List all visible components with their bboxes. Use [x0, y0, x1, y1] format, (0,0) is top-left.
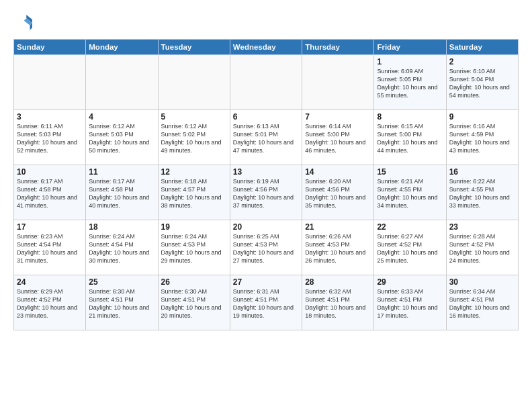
day-number: 27 [233, 277, 299, 287]
weekday-header: SundayMondayTuesdayWednesdayThursdayFrid… [14, 40, 519, 55]
calendar-week-row: 10Sunrise: 6:17 AM Sunset: 4:58 PM Dayli… [14, 165, 519, 220]
day-number: 22 [377, 222, 443, 232]
day-number: 25 [89, 277, 154, 287]
calendar-day-cell: 4Sunrise: 6:12 AM Sunset: 5:03 PM Daylig… [86, 110, 158, 165]
calendar-day-cell [14, 55, 86, 110]
calendar-day-cell: 26Sunrise: 6:30 AM Sunset: 4:51 PM Dayli… [158, 275, 230, 330]
weekday-header-cell: Sunday [14, 40, 86, 55]
day-number: 30 [449, 277, 515, 287]
calendar-day-cell: 9Sunrise: 6:16 AM Sunset: 4:59 PM Daylig… [446, 110, 518, 165]
day-number: 24 [17, 277, 83, 287]
day-number: 13 [233, 167, 299, 177]
day-number: 23 [449, 222, 515, 232]
calendar-day-cell: 5Sunrise: 6:12 AM Sunset: 5:02 PM Daylig… [158, 110, 230, 165]
weekday-header-cell: Monday [86, 40, 158, 55]
weekday-header-cell: Wednesday [230, 40, 302, 55]
calendar-week-row: 1Sunrise: 6:09 AM Sunset: 5:05 PM Daylig… [14, 55, 519, 110]
day-info: Sunrise: 6:19 AM Sunset: 4:56 PM Dayligh… [233, 177, 299, 210]
calendar-day-cell: 15Sunrise: 6:21 AM Sunset: 4:55 PM Dayli… [374, 165, 446, 220]
calendar-day-cell: 7Sunrise: 6:14 AM Sunset: 5:00 PM Daylig… [302, 110, 374, 165]
header [13, 12, 519, 34]
day-info: Sunrise: 6:24 AM Sunset: 4:53 PM Dayligh… [161, 232, 227, 265]
day-number: 18 [89, 222, 154, 232]
day-info: Sunrise: 6:15 AM Sunset: 5:00 PM Dayligh… [377, 122, 443, 155]
calendar-day-cell: 3Sunrise: 6:11 AM Sunset: 5:03 PM Daylig… [14, 110, 86, 165]
day-info: Sunrise: 6:17 AM Sunset: 4:58 PM Dayligh… [17, 177, 83, 210]
weekday-header-cell: Tuesday [158, 40, 230, 55]
day-number: 28 [305, 277, 371, 287]
day-info: Sunrise: 6:09 AM Sunset: 5:05 PM Dayligh… [377, 67, 443, 100]
day-number: 8 [377, 112, 443, 122]
day-info: Sunrise: 6:16 AM Sunset: 4:59 PM Dayligh… [449, 122, 515, 155]
day-info: Sunrise: 6:34 AM Sunset: 4:51 PM Dayligh… [449, 287, 515, 320]
day-number: 19 [161, 222, 227, 232]
day-number: 10 [17, 167, 83, 177]
day-info: Sunrise: 6:17 AM Sunset: 4:58 PM Dayligh… [89, 177, 154, 210]
day-number: 1 [377, 57, 443, 66]
calendar-day-cell: 17Sunrise: 6:23 AM Sunset: 4:54 PM Dayli… [14, 220, 86, 275]
day-info: Sunrise: 6:30 AM Sunset: 4:51 PM Dayligh… [161, 287, 227, 320]
weekday-header-cell: Friday [374, 40, 446, 55]
day-number: 5 [161, 112, 227, 122]
calendar-day-cell [158, 55, 230, 110]
calendar-day-cell: 19Sunrise: 6:24 AM Sunset: 4:53 PM Dayli… [158, 220, 230, 275]
calendar-day-cell: 18Sunrise: 6:24 AM Sunset: 4:54 PM Dayli… [86, 220, 158, 275]
day-info: Sunrise: 6:13 AM Sunset: 5:01 PM Dayligh… [233, 122, 299, 155]
calendar-body: 1Sunrise: 6:09 AM Sunset: 5:05 PM Daylig… [14, 55, 519, 330]
day-info: Sunrise: 6:12 AM Sunset: 5:03 PM Dayligh… [89, 122, 154, 155]
day-number: 7 [305, 112, 371, 122]
day-info: Sunrise: 6:24 AM Sunset: 4:54 PM Dayligh… [89, 232, 154, 265]
calendar-week-row: 3Sunrise: 6:11 AM Sunset: 5:03 PM Daylig… [14, 110, 519, 165]
day-number: 15 [377, 167, 443, 177]
day-info: Sunrise: 6:31 AM Sunset: 4:51 PM Dayligh… [233, 287, 299, 320]
calendar-week-row: 17Sunrise: 6:23 AM Sunset: 4:54 PM Dayli… [14, 220, 519, 275]
day-info: Sunrise: 6:32 AM Sunset: 4:51 PM Dayligh… [305, 287, 371, 320]
day-info: Sunrise: 6:14 AM Sunset: 5:00 PM Dayligh… [305, 122, 371, 155]
day-info: Sunrise: 6:29 AM Sunset: 4:52 PM Dayligh… [17, 287, 83, 320]
page: { "header": { "logo_line1": "General", "… [0, 0, 532, 411]
day-number: 11 [89, 167, 154, 177]
calendar-day-cell: 16Sunrise: 6:22 AM Sunset: 4:55 PM Dayli… [446, 165, 518, 220]
calendar-day-cell: 27Sunrise: 6:31 AM Sunset: 4:51 PM Dayli… [230, 275, 302, 330]
day-number: 3 [17, 112, 83, 122]
calendar-day-cell: 6Sunrise: 6:13 AM Sunset: 5:01 PM Daylig… [230, 110, 302, 165]
calendar-day-cell: 2Sunrise: 6:10 AM Sunset: 5:04 PM Daylig… [446, 55, 518, 110]
day-info: Sunrise: 6:18 AM Sunset: 4:57 PM Dayligh… [161, 177, 227, 210]
day-info: Sunrise: 6:20 AM Sunset: 4:56 PM Dayligh… [305, 177, 371, 210]
day-number: 12 [161, 167, 227, 177]
day-number: 2 [449, 57, 515, 66]
day-number: 9 [449, 112, 515, 122]
day-number: 14 [305, 167, 371, 177]
calendar-day-cell: 13Sunrise: 6:19 AM Sunset: 4:56 PM Dayli… [230, 165, 302, 220]
calendar-day-cell: 10Sunrise: 6:17 AM Sunset: 4:58 PM Dayli… [14, 165, 86, 220]
calendar-day-cell: 29Sunrise: 6:33 AM Sunset: 4:51 PM Dayli… [374, 275, 446, 330]
day-info: Sunrise: 6:22 AM Sunset: 4:55 PM Dayligh… [449, 177, 515, 210]
day-info: Sunrise: 6:21 AM Sunset: 4:55 PM Dayligh… [377, 177, 443, 210]
day-info: Sunrise: 6:23 AM Sunset: 4:54 PM Dayligh… [17, 232, 83, 265]
day-number: 17 [17, 222, 83, 232]
day-info: Sunrise: 6:11 AM Sunset: 5:03 PM Dayligh… [17, 122, 83, 155]
day-number: 16 [449, 167, 515, 177]
calendar-day-cell: 24Sunrise: 6:29 AM Sunset: 4:52 PM Dayli… [14, 275, 86, 330]
day-number: 21 [305, 222, 371, 232]
day-info: Sunrise: 6:33 AM Sunset: 4:51 PM Dayligh… [377, 287, 443, 320]
calendar-week-row: 24Sunrise: 6:29 AM Sunset: 4:52 PM Dayli… [14, 275, 519, 330]
calendar-day-cell: 23Sunrise: 6:28 AM Sunset: 4:52 PM Dayli… [446, 220, 518, 275]
day-number: 6 [233, 112, 299, 122]
calendar-day-cell [230, 55, 302, 110]
day-info: Sunrise: 6:27 AM Sunset: 4:52 PM Dayligh… [377, 232, 443, 265]
day-info: Sunrise: 6:30 AM Sunset: 4:51 PM Dayligh… [89, 287, 154, 320]
day-number: 26 [161, 277, 227, 287]
weekday-header-cell: Saturday [446, 40, 518, 55]
day-info: Sunrise: 6:26 AM Sunset: 4:53 PM Dayligh… [305, 232, 371, 265]
calendar-day-cell [302, 55, 374, 110]
day-number: 20 [233, 222, 299, 232]
calendar-day-cell [86, 55, 158, 110]
calendar-day-cell: 25Sunrise: 6:30 AM Sunset: 4:51 PM Dayli… [86, 275, 158, 330]
calendar-day-cell: 11Sunrise: 6:17 AM Sunset: 4:58 PM Dayli… [86, 165, 158, 220]
calendar-day-cell: 22Sunrise: 6:27 AM Sunset: 4:52 PM Dayli… [374, 220, 446, 275]
day-info: Sunrise: 6:12 AM Sunset: 5:02 PM Dayligh… [161, 122, 227, 155]
day-number: 29 [377, 277, 443, 287]
logo-icon [13, 15, 32, 34]
calendar-day-cell: 14Sunrise: 6:20 AM Sunset: 4:56 PM Dayli… [302, 165, 374, 220]
